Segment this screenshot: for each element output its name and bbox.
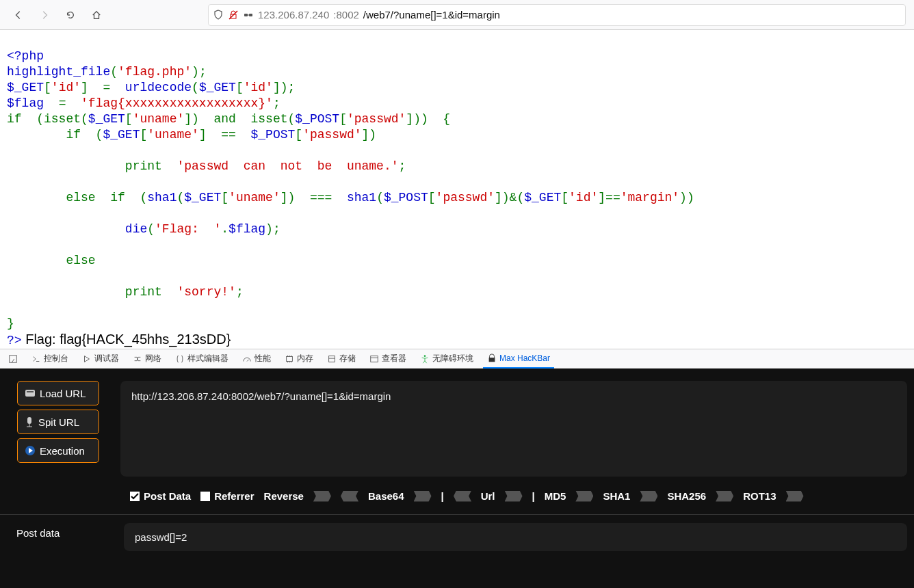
arrow-right-icon[interactable] (505, 491, 523, 502)
svg-rect-5 (329, 356, 335, 362)
back-button[interactable] (8, 5, 29, 25)
devtools-panel: 控制台 调试器 网络 样式编辑器 性能 内存 存储 查看器 无障碍环境 Max … (0, 349, 914, 588)
devtools-tabs: 控制台 调试器 网络 样式编辑器 性能 内存 存储 查看器 无障碍环境 Max … (0, 349, 914, 369)
svg-point-7 (424, 355, 426, 357)
reload-button[interactable] (60, 5, 81, 25)
rot13-label[interactable]: ROT13 (743, 490, 776, 502)
load-url-button[interactable]: Load URL (17, 381, 99, 405)
arrow-right-icon[interactable] (786, 491, 804, 502)
hackbar-url-input[interactable]: http://123.206.87.240:8002/web7/?uname[]… (120, 381, 907, 477)
hackbar-panel: Load URL Spit URL Execution http://123.2… (0, 369, 914, 588)
sha1-label[interactable]: SHA1 (603, 490, 630, 502)
post-data-checkbox[interactable]: Post Data (130, 490, 191, 502)
svg-rect-3 (10, 355, 17, 362)
permissions-icon (243, 10, 254, 21)
tab-debugger[interactable]: 调试器 (78, 349, 123, 369)
sha256-label[interactable]: SHA256 (667, 490, 706, 502)
tab-network[interactable]: 网络 (129, 349, 166, 369)
tab-memory[interactable]: 内存 (280, 349, 317, 369)
arrow-right-icon[interactable] (716, 491, 733, 502)
svg-rect-4 (287, 356, 293, 361)
tab-style-editor[interactable]: 样式编辑器 (171, 349, 233, 369)
execution-button[interactable]: Execution (17, 438, 99, 463)
tab-console[interactable]: 控制台 (27, 349, 73, 369)
svg-rect-6 (371, 356, 378, 362)
lock-slash-icon (228, 10, 239, 21)
arrow-right-icon[interactable] (640, 491, 657, 502)
forward-button[interactable] (34, 5, 55, 25)
arrow-right-icon[interactable] (575, 491, 593, 502)
url-path: /web7/?uname[]=1&id=margin (363, 9, 500, 21)
arrow-left-icon[interactable] (454, 491, 471, 502)
svg-rect-11 (27, 417, 31, 424)
hackbar-options: Post Data Referrer Reverse Base64 | Url … (0, 483, 914, 514)
post-data-label: Post data (7, 523, 113, 539)
base64-label[interactable]: Base64 (368, 490, 404, 502)
page-content: <?php highlight_file('flag.php'); $_GET[… (0, 30, 914, 349)
url-host: 123.206.87.240 (258, 9, 329, 21)
reverse-label[interactable]: Reverse (264, 490, 304, 502)
nav-toolbar: 123.206.87.240:8002/web7/?uname[]=1&id=m… (0, 0, 914, 30)
tab-hackbar[interactable]: Max HacKBar (483, 349, 554, 369)
arrow-right-icon[interactable] (414, 491, 432, 502)
tab-accessibility[interactable]: 无障碍环境 (416, 349, 478, 369)
spit-url-button[interactable]: Spit URL (17, 410, 99, 434)
svg-rect-10 (27, 391, 34, 392)
svg-rect-8 (489, 358, 495, 362)
address-bar[interactable]: 123.206.87.240:8002/web7/?uname[]=1&id=m… (208, 4, 906, 26)
shield-icon (213, 10, 224, 21)
tab-performance[interactable]: 性能 (238, 349, 275, 369)
referrer-checkbox[interactable]: Referrer (200, 490, 254, 502)
svg-rect-14 (200, 492, 210, 501)
post-data-input[interactable]: passwd[]=2 (124, 523, 907, 551)
arrow-left-icon[interactable] (341, 491, 358, 502)
tab-inspector-toggle[interactable] (4, 349, 22, 369)
md5-label[interactable]: MD5 (545, 490, 566, 502)
flag-output: Flag: flag{HACK_45hhs_213sDD} (22, 332, 231, 347)
svg-rect-1 (244, 14, 248, 16)
home-button[interactable] (86, 5, 107, 25)
url-port: :8002 (333, 9, 359, 21)
svg-rect-9 (25, 390, 35, 397)
svg-rect-2 (249, 14, 252, 16)
tab-storage[interactable]: 存储 (323, 349, 360, 369)
url-label[interactable]: Url (481, 490, 495, 502)
arrow-right-icon[interactable] (313, 491, 331, 502)
tab-inspector[interactable]: 查看器 (365, 349, 410, 369)
